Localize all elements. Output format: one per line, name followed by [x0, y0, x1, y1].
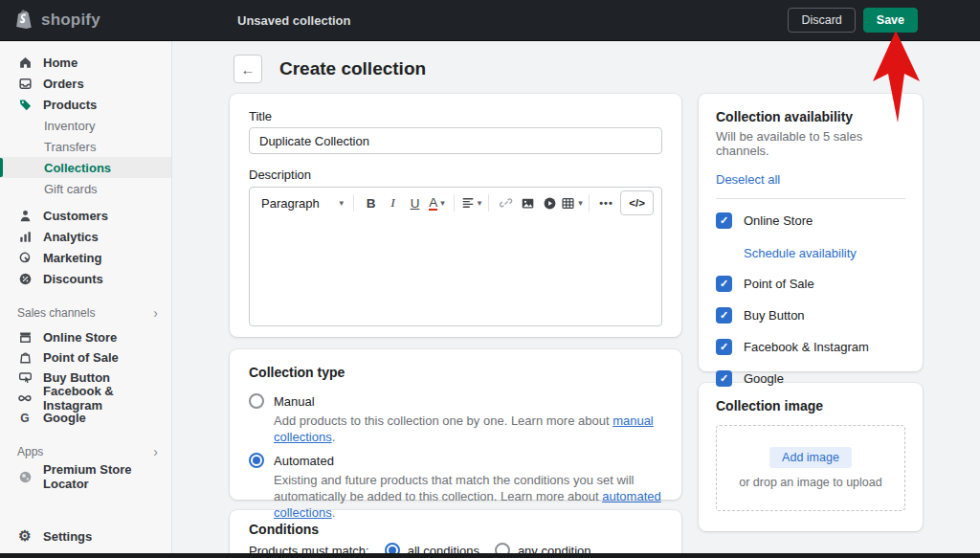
topbar: shopify Unsaved collection Discard Save	[0, 0, 980, 40]
description-editor[interactable]: Paragraph ▾ B I U A ▾ ▾	[249, 187, 662, 326]
sidebar-item-orders[interactable]: Orders	[0, 73, 171, 94]
sidebar-item-settings[interactable]: ⚙ Settings	[0, 525, 171, 547]
point-of-sale-checkbox[interactable]: ✓	[716, 276, 732, 292]
customers-icon	[17, 208, 33, 223]
check-icon: ✓	[720, 214, 728, 227]
facebook-instagram-checkbox[interactable]: ✓	[716, 339, 732, 355]
text-color-button[interactable]: A ▾	[426, 190, 448, 215]
add-image-button[interactable]: Add image	[769, 447, 852, 468]
description-textarea[interactable]	[250, 218, 661, 325]
sidebar-item-products[interactable]: Products	[0, 94, 171, 115]
collection-image-card: Collection image Add image or drop an im…	[699, 383, 923, 531]
buy-button-icon	[17, 370, 33, 386]
save-button[interactable]: Save	[863, 8, 918, 33]
marketing-icon	[17, 250, 33, 265]
title-description-card: Title Description Paragraph ▾ B I U A ▾	[230, 94, 681, 337]
apps-header[interactable]: Apps ›	[0, 443, 171, 460]
deselect-all-link[interactable]: Deselect all	[716, 172, 780, 187]
manual-description: Add products to this collection one by o…	[274, 413, 662, 445]
sidebar-item-discounts[interactable]: Discounts	[0, 268, 171, 289]
back-button[interactable]: ←	[234, 55, 262, 83]
insert-table-button[interactable]: ▾	[561, 190, 583, 215]
paragraph-style-dropdown[interactable]: Paragraph ▾	[257, 196, 347, 211]
drop-image-hint: or drop an image to upload	[739, 476, 881, 489]
collection-image-heading: Collection image	[716, 398, 905, 413]
sidebar-item-analytics[interactable]: Analytics	[0, 226, 171, 247]
back-arrow-icon: ←	[241, 61, 256, 78]
availability-subtext: Will be available to 5 sales channels.	[716, 129, 905, 158]
conditions-heading: Conditions	[249, 522, 662, 537]
premium-store-locator-icon	[17, 469, 33, 484]
chevron-down-icon: ▾	[440, 198, 445, 208]
sales-channels-header[interactable]: Sales channels ›	[0, 304, 171, 322]
shopify-bag-icon	[15, 10, 34, 31]
insert-video-button[interactable]	[539, 190, 561, 215]
manual-radio-row[interactable]: Manual	[249, 393, 662, 409]
sidebar-channel-point-of-sale[interactable]: Point of Sale	[0, 347, 171, 368]
sidebar-item-customers[interactable]: Customers	[0, 205, 171, 226]
image-dropzone[interactable]: Add image or drop an image to upload	[716, 425, 905, 511]
sidebar-channel-online-store[interactable]: Online Store	[0, 327, 171, 347]
buy-button-checkbox[interactable]: ✓	[716, 307, 732, 324]
automated-radio-row[interactable]: Automated	[249, 453, 662, 468]
code-view-button[interactable]: </>	[620, 190, 654, 215]
collection-type-card: Collection type Manual Add products to t…	[230, 349, 681, 500]
chevron-down-icon: ▾	[578, 198, 583, 208]
discounts-percent-icon	[17, 271, 33, 286]
shopify-wordmark: shopify	[41, 11, 100, 30]
products-tag-icon	[17, 97, 33, 112]
discard-button[interactable]: Discard	[788, 8, 855, 33]
point-of-sale-icon	[17, 350, 33, 366]
sidebar-item-home[interactable]: Home	[0, 52, 171, 73]
collection-type-heading: Collection type	[249, 365, 662, 380]
channel-row-online-store: ✓ Online Store	[716, 212, 905, 229]
bold-button[interactable]: B	[360, 190, 382, 215]
chevron-down-icon: ▾	[339, 198, 344, 208]
insert-image-button[interactable]	[517, 190, 539, 215]
automated-radio[interactable]	[249, 453, 264, 468]
channel-row-point-of-sale: ✓ Point of Sale	[716, 276, 905, 292]
channel-row-facebook-instagram: ✓ Facebook & Instagram	[716, 339, 905, 355]
availability-heading: Collection availability	[716, 109, 905, 124]
sidebar-app-premium-store-locator[interactable]: Premium Store Locator	[0, 466, 171, 487]
online-store-icon	[17, 330, 33, 346]
bottom-edge-strip	[0, 553, 980, 558]
italic-button[interactable]: I	[382, 190, 404, 215]
sidebar-channel-facebook-instagram[interactable]: Facebook & Instagram	[0, 388, 171, 408]
online-store-checkbox[interactable]: ✓	[716, 212, 732, 229]
check-icon: ✓	[720, 278, 728, 290]
shopify-logo[interactable]: shopify	[0, 10, 172, 31]
channel-row-buy-button: ✓ Buy Button	[716, 307, 905, 324]
chevron-right-icon: ›	[153, 305, 158, 321]
sidebar-subitem-gift-cards[interactable]: Gift cards	[0, 178, 171, 199]
check-icon: ✓	[720, 341, 728, 353]
more-options-button[interactable]: •••	[595, 190, 617, 215]
topbar-actions: Discard Save	[788, 8, 918, 33]
sidebar-subitem-inventory[interactable]: Inventory	[0, 115, 171, 136]
gear-icon: ⚙	[17, 527, 33, 545]
page-header: ← Create collection	[234, 55, 426, 83]
underline-button[interactable]: U	[404, 190, 426, 215]
page-title: Create collection	[279, 58, 426, 79]
alignment-button[interactable]: ▾	[460, 190, 482, 215]
description-label: Description	[249, 167, 662, 182]
home-icon	[17, 55, 33, 70]
title-input[interactable]	[249, 127, 662, 154]
check-icon: ✓	[720, 309, 728, 322]
facebook-instagram-infinity-icon	[17, 391, 33, 406]
schedule-availability-link[interactable]: Schedule availability	[744, 246, 857, 260]
sidebar-subitem-transfers[interactable]: Transfers	[0, 136, 171, 157]
check-icon: ✓	[720, 372, 728, 385]
editor-toolbar: Paragraph ▾ B I U A ▾ ▾	[250, 188, 661, 218]
google-checkbox[interactable]: ✓	[716, 370, 732, 387]
sidebar-navigation: Home Orders Products Inventory Transfers…	[0, 40, 172, 558]
link-button[interactable]	[495, 190, 517, 215]
sidebar-item-marketing[interactable]: Marketing	[0, 247, 171, 268]
divider	[716, 198, 905, 199]
topbar-context-title: Unsaved collection	[237, 13, 350, 28]
title-label: Title	[249, 109, 662, 123]
analytics-bars-icon	[17, 229, 33, 244]
manual-radio[interactable]	[249, 393, 264, 409]
sidebar-subitem-collections[interactable]: Collections	[0, 157, 171, 178]
collection-availability-card: Collection availability Will be availabl…	[699, 94, 923, 371]
